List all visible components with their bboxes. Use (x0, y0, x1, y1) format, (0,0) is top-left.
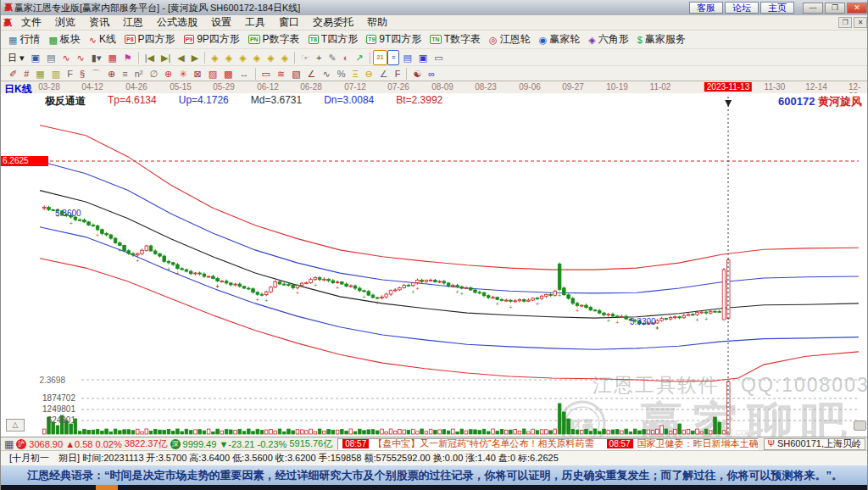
square-of-nine-tool[interactable]: n² (131, 67, 147, 81)
info-panel-icon[interactable]: ▤ (43, 51, 58, 64)
forum-button[interactable]: 论坛 (725, 2, 759, 14)
crosshair-tool[interactable]: + (313, 51, 325, 64)
first-page-icon[interactable]: |◀ (142, 51, 158, 64)
red-grid-icon[interactable]: ▦ (104, 51, 120, 64)
toolbar-button-winner-wheel[interactable]: ◉赢家轮 (535, 31, 585, 48)
bottom-strip (1, 485, 868, 490)
date-tick: 12-14 (805, 82, 827, 92)
menu-item-9[interactable]: 帮助 (360, 15, 394, 30)
menu-item-8[interactable]: 交易委托 (306, 15, 360, 30)
menu-item-4[interactable]: 公式选股 (150, 15, 204, 30)
target-tool[interactable]: ⊕ (161, 67, 175, 81)
diamond-tool-3[interactable]: ◈ (236, 51, 249, 64)
time-grid-tool[interactable]: ▥ (48, 67, 64, 81)
toolbar-button-kline[interactable]: ∿K线 (85, 31, 120, 48)
f-angle-tool[interactable]: F (392, 67, 404, 81)
half-circle-tool[interactable]: ◐ (340, 51, 353, 64)
toolbar-button-gann-wheel[interactable]: ◎江恩轮 (485, 31, 535, 48)
gold-section-tool[interactable]: ⊖ (362, 67, 376, 81)
toolbar-button-t-square[interactable]: T8T四方形 (304, 31, 363, 48)
toolbar-button-p-square[interactable]: P8P四方形 (120, 31, 180, 48)
period-day-selector[interactable]: 日 ▾ (4, 51, 28, 64)
pencil-tool[interactable]: ✐ (6, 67, 20, 81)
printer-icon[interactable]: ▭ (431, 51, 446, 64)
ruler-tool[interactable]: ∠ (376, 67, 392, 81)
close-button[interactable]: ✕ (847, 3, 867, 14)
hand-tool[interactable]: ☞ (298, 51, 313, 64)
zigzag2-icon[interactable]: ∿ (74, 51, 88, 64)
diamond-tool-6[interactable]: ◈ (278, 51, 292, 64)
service-button[interactable]: 客服 (689, 2, 723, 14)
angle-grid-tool[interactable]: # (20, 67, 32, 81)
menu-item-6[interactable]: 工具 (238, 15, 272, 30)
volume-pane-expand-button[interactable]: △ (6, 419, 25, 432)
menu-item-1[interactable]: 浏览 (48, 15, 82, 30)
sine-tool[interactable]: ∿ (319, 67, 333, 81)
percent-levels-tool[interactable]: Ξ (348, 67, 361, 81)
menu-item-0[interactable]: 文件 (14, 15, 48, 30)
toolbar-button-hexagon[interactable]: ◈六角形 (584, 31, 632, 48)
home-button[interactable]: 主页 (760, 2, 794, 14)
fib-tool[interactable]: F (64, 67, 76, 81)
prev-icon[interactable]: ◀ (174, 51, 187, 64)
next-icon[interactable]: ▶ (188, 51, 202, 64)
diamond-tool-5[interactable]: ◈ (264, 51, 277, 64)
child-restore-icon[interactable]: ❐ (838, 17, 852, 28)
calendar-icon[interactable]: 21 (373, 50, 388, 65)
minimize-button[interactable]: — (803, 3, 823, 14)
toolbar-button-winner-service[interactable]: $赢家服务 (633, 31, 690, 48)
news-ticker[interactable]: 08:57【盘中宝】又一新冠药“特仿”名单公布！相关原料药需08:57国家卫健委… (337, 438, 758, 450)
angle-tool[interactable]: ∠ (304, 67, 320, 81)
gann-grid-tool[interactable]: ▨ (205, 67, 220, 81)
menu-item-2[interactable]: 资讯 (82, 15, 116, 30)
circle-cross-tool[interactable]: ⊕ (104, 67, 119, 81)
toolbar-button-p9-square[interactable]: P99P四方形 (180, 31, 244, 48)
menu-item-3[interactable]: 江恩 (116, 15, 150, 30)
arc-tool[interactable]: ⌒ (88, 67, 104, 81)
toolbar-button-quotes[interactable]: ▦行情 (4, 31, 44, 48)
menu-item-7[interactable]: 窗口 (272, 15, 306, 30)
notes-icon[interactable]: ▤ (399, 51, 415, 64)
kline-chart[interactable]: 江恩工具软件，QQ:100800360财赢赢家聊吧liaoba.vict360.… (1, 93, 868, 437)
lines-tool[interactable]: ≡ (119, 67, 131, 81)
burst-tool[interactable]: ✳ (175, 67, 190, 81)
maximize-button[interactable]: ❐ (825, 3, 845, 14)
sz-index-value: 9999.49 (183, 439, 217, 449)
net-grid-tool[interactable]: ▩ (220, 67, 236, 81)
diamond-tool-4[interactable]: ◈ (250, 51, 264, 64)
growth-icon[interactable]: ↗ (352, 51, 366, 64)
toolbar-button-p-number-table[interactable]: PNP数字表 (244, 31, 304, 48)
pen-tool[interactable]: ✎ (325, 51, 339, 64)
diamond-tool-2[interactable]: ◈ (222, 51, 236, 64)
zigzag-icon[interactable]: ∿ (58, 51, 73, 64)
toolbar-button-t9-square[interactable]: T99T四方形 (362, 31, 426, 48)
width-tool[interactable]: ↔ (236, 67, 253, 81)
infinity-tool[interactable]: ∞ (425, 67, 438, 81)
toolbar-button-sectors[interactable]: ▩板块 (44, 31, 84, 48)
indicator-name: 极反通道 (45, 94, 86, 109)
price-grid-tool[interactable]: ▦ (32, 67, 47, 81)
candle-style-dropdown[interactable]: ▮▾ (88, 51, 105, 64)
waves-tool[interactable]: ≋ (274, 67, 288, 81)
child-close-icon[interactable]: ✕ (854, 17, 867, 28)
rect-tool[interactable]: ▭ (259, 67, 274, 81)
chart-scroll-thumb[interactable] (854, 420, 866, 431)
save-icon[interactable]: ▣ (415, 51, 431, 64)
keypad-icon[interactable]: ▦ (4, 438, 14, 450)
box-x-tool[interactable]: ⊠ (190, 67, 204, 81)
slash-zero-tool[interactable]: ∅ (146, 67, 161, 81)
percent-tool[interactable]: % (334, 67, 349, 81)
toolbar-button-t-number-table[interactable]: TNT数字表 (426, 31, 485, 48)
taiji-tool[interactable]: ☯ (409, 67, 425, 81)
window-layout-icon[interactable]: ▣ (28, 51, 43, 64)
menu-item-5[interactable]: 设置 (204, 15, 238, 30)
svg-text:+: + (376, 300, 379, 306)
spiral-tool[interactable]: § (76, 67, 88, 81)
shade-tool[interactable]: ▧ (288, 67, 303, 81)
mini-quote-box[interactable]: Ψ SH600171,上海贝岭 (764, 438, 865, 450)
p-square-label: P四方形 (138, 32, 175, 47)
diamond-tool-1[interactable]: ◈ (208, 51, 221, 64)
flag-icon[interactable]: ⚑ (120, 51, 136, 64)
last-page-icon[interactable]: ▶| (158, 51, 174, 64)
calculator-icon[interactable]: = (387, 50, 399, 65)
